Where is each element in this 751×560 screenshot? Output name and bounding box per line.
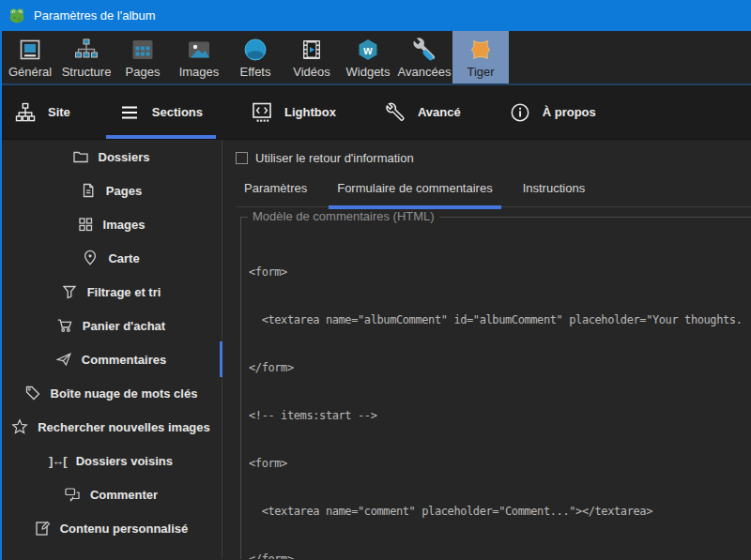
- tab-about[interactable]: À propos: [497, 85, 609, 139]
- pages-icon: [130, 37, 156, 63]
- code-line: <textarea name="albumComment" id="albumC…: [249, 312, 751, 328]
- tag-icon: [24, 385, 41, 401]
- tab-label: Lightbox: [284, 105, 336, 119]
- svg-text:w: w: [362, 43, 373, 56]
- sidebar-item-images[interactable]: Images: [0, 207, 222, 241]
- sidebar-item-carte[interactable]: Carte: [0, 241, 222, 275]
- toolbar-item-pages[interactable]: Pages: [115, 31, 171, 83]
- toolbar-item-advanced[interactable]: Avancées: [396, 31, 452, 83]
- feedback-checkbox[interactable]: [236, 152, 248, 164]
- toolbar-item-label: Widgets: [346, 65, 391, 79]
- window-accent-border: [0, 0, 2, 560]
- page-edit-icon: [34, 520, 51, 537]
- document-icon: [80, 182, 97, 199]
- cart-icon: [56, 317, 73, 334]
- list-icon: [119, 102, 140, 123]
- effects-icon: [242, 37, 268, 63]
- sidebar-item-contenu-personnalise[interactable]: Contenu personnalisé: [0, 511, 222, 545]
- tab-lightbox[interactable]: Lightbox: [238, 85, 349, 139]
- comments-settings-panel: Utiliser le retour d'information Paramèt…: [222, 140, 751, 559]
- toolbar-item-effects[interactable]: Effets: [227, 31, 284, 83]
- tab-label: Site: [48, 105, 70, 119]
- toolbar-item-label: Effets: [239, 65, 270, 79]
- code-line: </form>: [249, 552, 751, 559]
- sidebar-item-label: Pages: [106, 184, 142, 198]
- toolbar-item-general[interactable]: Général: [2, 31, 58, 83]
- subtab-parametres[interactable]: Paramètres: [236, 177, 315, 206]
- groupbox-title: Modèle de commentaires (HTML): [248, 209, 439, 223]
- subtab-instructions[interactable]: Instructions: [514, 177, 593, 206]
- wrench-icon: [411, 37, 437, 63]
- sidebar-item-label: Panier d'achat: [83, 319, 165, 333]
- titlebar: Paramètres de l'album: [0, 0, 751, 31]
- feedback-checkbox-row: Utiliser le retour d'information: [236, 151, 751, 165]
- tiger-tab-row: Site Sections Lightbox: [0, 85, 751, 140]
- comments-subtabs: Paramètres Formulaire de commentaires In…: [236, 177, 751, 207]
- map-pin-icon: [82, 250, 99, 266]
- send-plane-icon: [55, 351, 72, 368]
- tab-site[interactable]: Site: [2, 85, 84, 139]
- images-icon: [186, 37, 212, 63]
- code-line: <textarea name="comment" placeholder="Co…: [249, 504, 751, 520]
- tab-advanced[interactable]: Avancé: [372, 85, 474, 139]
- sidebar-item-dossiers-voisins[interactable]: ]↔[ Dossiers voisins: [0, 444, 222, 477]
- toolbar-item-widgets[interactable]: w Widgets: [340, 31, 396, 83]
- sidebar-item-rechercher-images[interactable]: Rechercher nouvelles images: [0, 410, 222, 444]
- toolbar-item-images[interactable]: Images: [171, 31, 227, 83]
- widgets-icon: w: [355, 37, 381, 63]
- sidebar-item-label: Dossiers: [99, 150, 150, 164]
- sidebar-item-label: Contenu personnalisé: [60, 522, 189, 536]
- toolbar-item-label: Général: [8, 65, 52, 79]
- tab-label: Avancé: [418, 105, 461, 119]
- tab-label: Sections: [152, 105, 203, 119]
- comment-template-editor[interactable]: <form> <textarea name="albumComment" id=…: [249, 233, 751, 559]
- jalbum-frog-icon: [8, 8, 25, 24]
- toolbar-item-videos[interactable]: Vidéos: [284, 31, 340, 83]
- sidebar-item-label: Boîte nuage de mots clés: [51, 386, 198, 401]
- sidebar-item-label: Dossiers voisins: [76, 454, 173, 468]
- sidebar-item-commentaires[interactable]: Commentaires: [0, 342, 222, 376]
- tiger-hide-icon: [467, 37, 494, 63]
- sidebar-item-filtrage[interactable]: Filtrage et tri: [0, 275, 222, 309]
- neighbors-icon: ]↔[: [49, 454, 67, 468]
- sidebar-item-label: Carte: [108, 251, 139, 265]
- sidebar-item-label: Commentaires: [82, 353, 166, 367]
- site-tree-icon: [15, 102, 36, 123]
- toolbar-item-label: Tiger: [467, 65, 494, 79]
- funnel-icon: [61, 283, 78, 300]
- toolbar-item-label: Vidéos: [293, 65, 330, 79]
- toolbar-item-label: Structure: [62, 65, 112, 79]
- sidebar-item-label: Rechercher nouvelles images: [38, 420, 210, 434]
- general-icon: [17, 37, 43, 63]
- sidebar-item-pages[interactable]: Pages: [0, 174, 222, 207]
- sidebar-item-nuage-mots-cles[interactable]: Boîte nuage de mots clés: [0, 376, 222, 410]
- sidebar-item-label: Images: [103, 218, 146, 232]
- wrench-outline-icon: [385, 102, 406, 123]
- code-line: <form>: [249, 265, 751, 280]
- lightbox-code-icon: [252, 102, 272, 123]
- main-area: Dossiers Pages: [0, 140, 751, 559]
- sections-sidebar: Dossiers Pages: [0, 140, 222, 559]
- toolbar-item-label: Avancées: [398, 65, 452, 79]
- subtab-formulaire[interactable]: Formulaire de commentaires: [329, 177, 500, 206]
- sidebar-item-label: Commenter: [90, 488, 158, 502]
- star-icon: [11, 418, 28, 435]
- sidebar-item-dossiers[interactable]: Dossiers: [0, 140, 222, 174]
- sidebar-item-commenter[interactable]: Commenter: [0, 477, 222, 511]
- toolbar-item-label: Images: [179, 65, 220, 79]
- info-icon: [510, 102, 530, 123]
- code-line: <!-- items:start -->: [249, 408, 751, 424]
- toolbar-item-tiger[interactable]: Tiger: [452, 31, 509, 83]
- toolbar-item-label: Pages: [126, 65, 161, 79]
- sidebar-item-label: Filtrage et tri: [87, 285, 161, 299]
- videos-icon: [299, 37, 325, 63]
- structure-icon: [73, 37, 100, 63]
- code-line: <form>: [249, 456, 751, 472]
- grid-icon: [77, 216, 94, 233]
- main-toolbar: Général Structure Pages: [0, 31, 751, 85]
- toolbar-item-structure[interactable]: Structure: [58, 31, 115, 83]
- sidebar-item-panier[interactable]: Panier d'achat: [0, 309, 222, 342]
- window-title: Paramètres de l'album: [34, 8, 156, 23]
- tab-sections[interactable]: Sections: [106, 85, 216, 139]
- comment-bubbles-icon: [64, 486, 81, 503]
